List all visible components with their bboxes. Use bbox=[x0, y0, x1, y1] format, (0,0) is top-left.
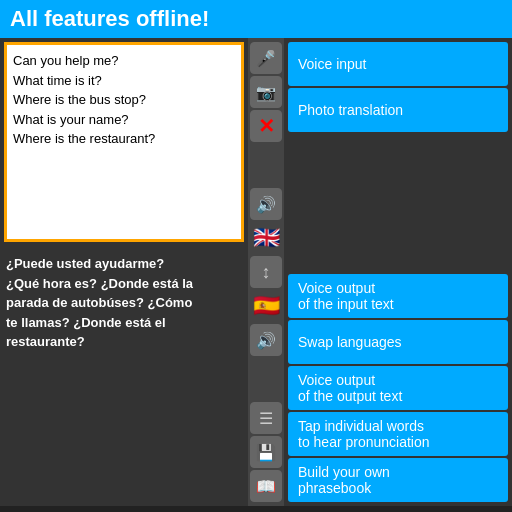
voice-output-output-label: Voice output of the output text bbox=[298, 372, 402, 404]
tap-words-button[interactable]: ☰ bbox=[250, 402, 282, 434]
uk-flag-icon: 🇬🇧 bbox=[253, 225, 280, 251]
input-line-4: What is your name? bbox=[13, 110, 235, 130]
header: All features offline! bbox=[0, 0, 512, 38]
swap-languages-feature[interactable]: Swap languages bbox=[288, 320, 508, 364]
save-icon: 💾 bbox=[256, 443, 276, 462]
photo-translation-label: Photo translation bbox=[298, 102, 403, 118]
mic-icon: 🎤 bbox=[256, 49, 276, 68]
tap-words-icon: ☰ bbox=[259, 409, 273, 428]
camera-button[interactable]: 📷 bbox=[250, 76, 282, 108]
header-title: All features offline! bbox=[10, 6, 209, 31]
features-panel: Voice input Photo translation Voice outp… bbox=[284, 38, 512, 506]
swap-icon: ↕ bbox=[262, 262, 271, 283]
voice-input-feature[interactable]: Voice input bbox=[288, 42, 508, 86]
volume-input-button[interactable]: 🔊 bbox=[250, 188, 282, 220]
target-language-flag[interactable]: 🇪🇸 bbox=[250, 290, 282, 322]
voice-input-label: Voice input bbox=[298, 56, 367, 72]
output-text-area: ¿Puede usted ayudarme?¿Qué hora es? ¿Don… bbox=[0, 246, 248, 360]
input-line-2: What time is it? bbox=[13, 71, 235, 91]
volume-output-button[interactable]: 🔊 bbox=[250, 324, 282, 356]
delete-icon: ✕ bbox=[258, 114, 275, 138]
left-panel: Can you help me? What time is it? Where … bbox=[0, 38, 248, 506]
voice-output-input-feature[interactable]: Voice output of the input text bbox=[288, 274, 508, 318]
phrasebook-button[interactable]: 📖 bbox=[250, 470, 282, 502]
delete-button[interactable]: ✕ bbox=[250, 110, 282, 142]
save-button[interactable]: 💾 bbox=[250, 436, 282, 468]
photo-translation-feature[interactable]: Photo translation bbox=[288, 88, 508, 132]
volume-output-icon: 🔊 bbox=[256, 331, 276, 350]
phrasebook-icon: 📖 bbox=[256, 477, 276, 496]
es-flag-icon: 🇪🇸 bbox=[253, 293, 280, 319]
output-text: ¿Puede usted ayudarme?¿Qué hora es? ¿Don… bbox=[6, 256, 193, 349]
tap-words-label: Tap individual words to hear pronunciati… bbox=[298, 418, 430, 450]
swap-languages-label: Swap languages bbox=[298, 334, 402, 350]
input-line-3: Where is the bus stop? bbox=[13, 90, 235, 110]
toolbar: 🎤 📷 ✕ 🔊 🇬🇧 ↕ 🇪🇸 🔊 ☰ 💾 bbox=[248, 38, 284, 506]
voice-output-input-label: Voice output of the input text bbox=[298, 280, 394, 312]
camera-icon: 📷 bbox=[256, 83, 276, 102]
input-line-1: Can you help me? bbox=[13, 51, 235, 71]
swap-button[interactable]: ↕ bbox=[250, 256, 282, 288]
source-language-flag[interactable]: 🇬🇧 bbox=[250, 222, 282, 254]
input-line-5: Where is the restaurant? bbox=[13, 129, 235, 149]
voice-output-output-feature[interactable]: Voice output of the output text bbox=[288, 366, 508, 410]
mic-button[interactable]: 🎤 bbox=[250, 42, 282, 74]
build-phrasebook-feature[interactable]: Build your own phrasebook bbox=[288, 458, 508, 502]
build-phrasebook-label: Build your own phrasebook bbox=[298, 464, 390, 496]
input-text-area[interactable]: Can you help me? What time is it? Where … bbox=[4, 42, 244, 242]
volume-input-icon: 🔊 bbox=[256, 195, 276, 214]
tap-words-feature[interactable]: Tap individual words to hear pronunciati… bbox=[288, 412, 508, 456]
